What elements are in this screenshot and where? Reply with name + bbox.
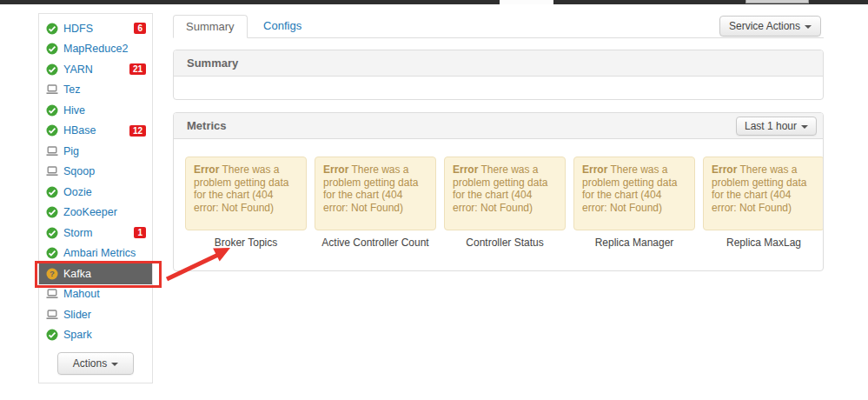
health-ok-icon [46, 104, 58, 117]
service-label: HDFS [63, 23, 93, 35]
metric-tile-label: Replica MaxLag [703, 237, 824, 249]
metric-tile-active-controller-count[interactable]: Error There was a problem getting data f… [315, 157, 436, 270]
chart-error-message: Error There was a problem getting data f… [573, 157, 695, 230]
service-list: HDFS6MapReduce2YARN21TezHiveHBase12PigSq… [39, 18, 152, 345]
service-label: ZooKeeper [63, 206, 117, 218]
time-range-button[interactable]: Last 1 hour [736, 117, 817, 136]
alerts-badge[interactable]: 12 [129, 125, 146, 137]
sidebar-item-hdfs[interactable]: HDFS6 [39, 18, 152, 39]
service-label: Oozie [63, 186, 92, 198]
tab-bar: Summary Configs Service Actions [173, 15, 824, 38]
navbar-white-gap [500, 0, 553, 4]
top-navbar-edge [0, 0, 868, 4]
service-label: YARN [63, 63, 93, 76]
metric-tile-label: Broker Topics [185, 237, 307, 249]
sidebar-item-ambari-metrics[interactable]: Ambari Metrics [39, 243, 152, 264]
metric-tile-label: Active Controller Count [315, 237, 436, 249]
health-ok-icon [46, 23, 58, 35]
sidebar-item-kafka[interactable]: ?Kafka [39, 263, 152, 284]
metrics-panel-header: Metrics Last 1 hour [174, 113, 823, 139]
sidebar-item-mahout[interactable]: Mahout [39, 284, 152, 305]
metrics-panel-title: Metrics [187, 119, 227, 132]
caret-down-icon [801, 125, 808, 129]
alerts-badge[interactable]: 1 [134, 227, 146, 238]
service-label: Storm [63, 227, 92, 239]
metric-tile-label: Replica Manager [573, 237, 695, 249]
client-monitor-icon [46, 145, 58, 157]
sidebar-item-spark[interactable]: Spark [39, 325, 152, 346]
health-ok-icon [46, 206, 58, 218]
client-monitor-icon [46, 288, 58, 300]
alerts-badge[interactable]: 6 [134, 23, 146, 34]
service-label: Sqoop [63, 165, 95, 177]
health-ok-icon [46, 124, 58, 137]
service-label: Mahout [63, 288, 100, 300]
caret-down-icon [805, 25, 812, 29]
sidebar-actions-area: Actions [39, 352, 152, 375]
sidebar-item-slider[interactable]: Slider [39, 304, 152, 325]
alerts-badge[interactable]: 21 [129, 63, 146, 75]
service-label: Tez [63, 83, 80, 96]
sidebar-item-zookeeper[interactable]: ZooKeeper [39, 203, 152, 223]
sidebar-item-hive[interactable]: Hive [39, 100, 152, 121]
chart-error-message: Error There was a problem getting data f… [315, 157, 436, 230]
metric-tile-replica-manager[interactable]: Error There was a problem getting data f… [573, 157, 695, 270]
service-label: Kafka [63, 268, 91, 280]
service-content: Summary Configs Service Actions Summary … [173, 15, 824, 271]
service-label: Pig [63, 145, 79, 157]
health-ok-icon [46, 63, 58, 76]
health-ok-icon [46, 329, 58, 341]
client-monitor-icon [46, 309, 58, 321]
chart-error-message: Error There was a problem getting data f… [185, 157, 307, 230]
summary-panel-title: Summary [187, 57, 238, 70]
service-label: MapReduce2 [63, 43, 128, 55]
metric-tile-broker-topics[interactable]: Error There was a problem getting data f… [185, 157, 307, 270]
client-monitor-icon [46, 165, 58, 177]
client-monitor-icon [46, 83, 58, 96]
caret-down-icon [111, 363, 118, 366]
tab-configs[interactable]: Configs [251, 15, 314, 38]
sidebar-item-storm[interactable]: Storm1 [39, 223, 152, 243]
service-label: Hive [63, 104, 85, 117]
metrics-panel: Metrics Last 1 hour Error There was a pr… [173, 112, 824, 271]
health-unknown-icon: ? [46, 268, 58, 280]
sidebar-item-pig[interactable]: Pig [39, 141, 152, 162]
summary-panel-body [174, 77, 823, 99]
chart-error-message: Error There was a problem getting data f… [703, 157, 824, 230]
time-range-label: Last 1 hour [745, 120, 797, 132]
services-sidebar: HDFS6MapReduce2YARN21TezHiveHBase12PigSq… [38, 13, 153, 383]
metric-tile-replica-maxlag[interactable]: Error There was a problem getting data f… [703, 157, 824, 270]
sidebar-item-mapreduce2[interactable]: MapReduce2 [39, 39, 152, 60]
health-ok-icon [46, 43, 58, 55]
ambari-kafka-service-page: { "navbar": { "background": "#2f2f2f" },… [0, 0, 868, 400]
service-actions-label: Service Actions [729, 20, 800, 32]
summary-panel-header: Summary [174, 50, 823, 77]
sidebar-item-sqoop[interactable]: Sqoop [39, 162, 152, 183]
metric-tile-controller-status[interactable]: Error There was a problem getting data f… [444, 157, 566, 270]
summary-panel: Summary [173, 50, 824, 100]
health-ok-icon [46, 227, 58, 239]
tab-summary[interactable]: Summary [173, 15, 248, 38]
service-label: HBase [63, 124, 96, 137]
chart-error-message: Error There was a problem getting data f… [444, 157, 566, 230]
navbar-button-fragment [745, 0, 809, 3]
service-actions-button[interactable]: Service Actions [719, 16, 821, 37]
service-label: Slider [63, 309, 91, 321]
metric-tile-label: Controller Status [444, 237, 566, 249]
actions-button-label: Actions [73, 357, 107, 370]
metric-tiles-row: Error There was a problem getting data f… [174, 139, 823, 270]
sidebar-item-yarn[interactable]: YARN21 [39, 59, 152, 80]
service-label: Ambari Metrics [63, 247, 136, 259]
sidebar-item-oozie[interactable]: Oozie [39, 182, 152, 203]
sidebar-item-hbase[interactable]: HBase12 [39, 121, 152, 142]
actions-button[interactable]: Actions [57, 352, 134, 375]
svg-text:?: ? [50, 269, 55, 278]
service-label: Spark [63, 329, 92, 341]
health-ok-icon [46, 247, 58, 259]
health-ok-icon [46, 186, 58, 198]
sidebar-item-tez[interactable]: Tez [39, 80, 152, 101]
